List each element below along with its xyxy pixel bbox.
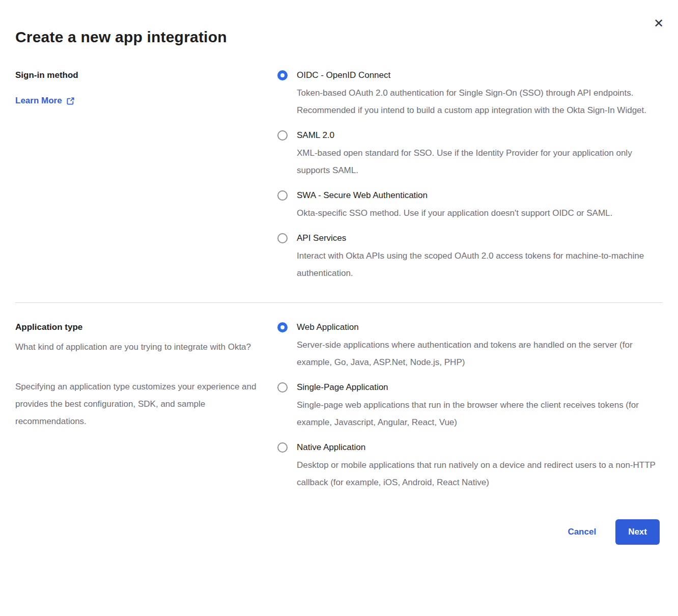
radio-button-oidc[interactable] xyxy=(277,70,288,80)
radio-label-saml[interactable]: SAML 2.0 xyxy=(297,129,663,142)
application-type-row: Application type What kind of applicatio… xyxy=(15,303,663,491)
radio-button-native-application[interactable] xyxy=(277,442,288,453)
next-button[interactable]: Next xyxy=(615,519,660,545)
radio-description-web-application: Server-side applications where authentic… xyxy=(297,337,661,371)
radio-option-api-services: API Services Interact with Okta APIs usi… xyxy=(277,232,663,282)
radio-label-single-page-application[interactable]: Single-Page Application xyxy=(297,381,663,394)
cancel-button[interactable]: Cancel xyxy=(568,527,596,537)
radio-label-api-services[interactable]: API Services xyxy=(297,232,663,244)
radio-button-web-application[interactable] xyxy=(277,322,288,332)
learn-more-label: Learn More xyxy=(15,95,62,107)
application-type-intro-1: What kind of application are you trying … xyxy=(15,339,257,356)
radio-description-native-application: Desktop or mobile applications that run … xyxy=(297,457,661,491)
radio-option-oidc: OIDC - OpenID Connect Token-based OAuth … xyxy=(277,69,663,119)
radio-button-swa[interactable] xyxy=(277,190,288,201)
radio-label-web-application[interactable]: Web Application xyxy=(297,321,663,333)
radio-description-swa: Okta-specific SSO method. Use if your ap… xyxy=(297,205,661,222)
create-app-integration-dialog: ✕ Create a new app integration Sign-in m… xyxy=(0,0,678,616)
radio-option-single-page-application: Single-Page Application Single-page web … xyxy=(277,381,663,431)
radio-option-swa: SWA - Secure Web Authentication Okta-spe… xyxy=(277,189,663,222)
application-type-heading: Application type xyxy=(15,321,257,333)
radio-button-saml[interactable] xyxy=(277,130,288,141)
radio-description-single-page-application: Single-page web applications that run in… xyxy=(297,397,661,431)
radio-option-native-application: Native Application Desktop or mobile app… xyxy=(277,441,663,491)
learn-more-link[interactable]: Learn More xyxy=(15,95,75,107)
radio-label-swa[interactable]: SWA - Secure Web Authentication xyxy=(297,189,663,202)
sign-in-method-row: Sign-in method Learn More OIDC - OpenID … xyxy=(15,69,663,282)
radio-button-single-page-application[interactable] xyxy=(277,382,288,393)
radio-description-api-services: Interact with Okta APIs using the scoped… xyxy=(297,247,661,282)
radio-option-web-application: Web Application Server-side applications… xyxy=(277,321,663,371)
radio-label-native-application[interactable]: Native Application xyxy=(297,441,663,454)
dialog-footer: Cancel Next xyxy=(15,519,663,545)
page-title: Create a new app integration xyxy=(15,0,663,46)
radio-description-saml: XML-based open standard for SSO. Use if … xyxy=(297,145,661,179)
application-type-intro-2: Specifying an application type customize… xyxy=(15,378,257,430)
radio-label-oidc[interactable]: OIDC - OpenID Connect xyxy=(297,69,663,81)
close-icon[interactable]: ✕ xyxy=(654,17,664,30)
radio-option-saml: SAML 2.0 XML-based open standard for SSO… xyxy=(277,129,663,179)
external-link-icon xyxy=(66,97,75,105)
radio-button-api-services[interactable] xyxy=(277,233,288,243)
sign-in-method-heading: Sign-in method xyxy=(15,69,257,81)
radio-description-oidc: Token-based OAuth 2.0 authentication for… xyxy=(297,85,661,119)
